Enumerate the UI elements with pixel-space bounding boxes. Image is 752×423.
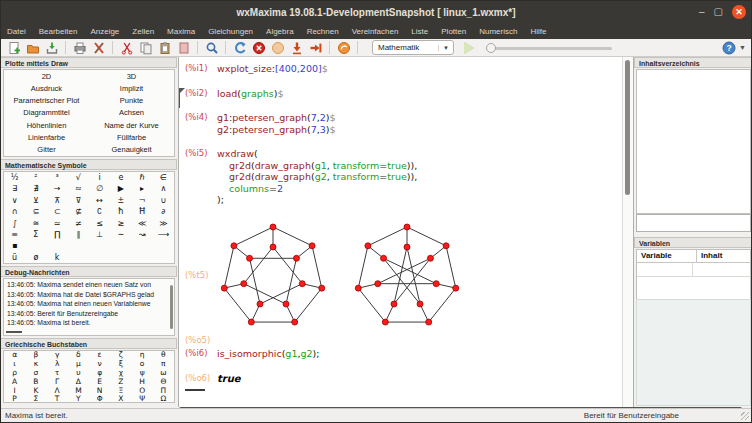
greek-letter-button[interactable]: X — [110, 395, 131, 403]
symbol-button[interactable]: ∅ — [89, 183, 110, 194]
slider-handle[interactable] — [486, 43, 496, 53]
symbol-button[interactable]: ∂ — [153, 206, 174, 217]
draw-button-gitter[interactable]: Gitter — [4, 144, 89, 156]
evaluate-queue-icon[interactable] — [270, 40, 285, 55]
symbol-button[interactable]: ± — [110, 195, 131, 206]
draw-panel-caption[interactable]: Plotte mittels Draw — [1, 57, 177, 68]
draw-button-3d[interactable]: 3D — [89, 70, 174, 82]
menu-item-anzeige[interactable]: Anzeige — [90, 27, 119, 36]
configure-icon[interactable] — [91, 40, 106, 55]
variables-column-variable[interactable]: Variable — [637, 250, 697, 262]
draw-button-füllfarbe[interactable]: Füllfarbe — [89, 131, 174, 143]
symbol-button[interactable]: ² — [25, 172, 46, 183]
symbol-button[interactable]: ü — [4, 252, 25, 263]
evaluate-rest-icon[interactable] — [308, 40, 323, 55]
symbol-button[interactable]: ↝ — [132, 229, 153, 240]
symbol-button[interactable]: ∁ — [89, 206, 110, 217]
draw-button-achsen[interactable]: Achsen — [89, 107, 174, 119]
cell-o6[interactable]: (%o6)true — [185, 373, 623, 385]
debug-log[interactable]: 13:46:05: Maxima sendet einen neuen Satz… — [4, 279, 174, 329]
cell-o5[interactable]: (%o5) — [185, 335, 623, 347]
greek-letters-panel-caption[interactable]: Griechische Buchstaben — [1, 338, 177, 349]
variables-empty-row[interactable] — [637, 263, 750, 277]
variables-table[interactable]: Variable Inhalt — [636, 249, 751, 301]
menu-item-zellen[interactable]: Zellen — [132, 27, 154, 36]
menu-item-algebra[interactable]: Algebra — [266, 27, 294, 36]
symbol-button[interactable]: ⊆ — [25, 206, 46, 217]
symbol-button[interactable]: ħ — [110, 206, 131, 217]
evaluate-till-here-icon[interactable] — [289, 40, 304, 55]
symbol-button[interactable]: ⟶ — [153, 229, 174, 240]
save-icon[interactable] — [44, 40, 59, 55]
symbol-button[interactable]: ≃ — [47, 218, 68, 229]
symbol-button[interactable]: ▶ — [110, 183, 131, 194]
cell-content[interactable]: g1:petersen_graph(7,2)$g2:petersen_graph… — [217, 112, 336, 135]
play-animation-icon[interactable] — [464, 42, 474, 54]
toolbar-overflow-icon[interactable]: ▼ — [739, 44, 746, 51]
symbol-button[interactable]: ≈ — [68, 183, 89, 194]
symbol-button[interactable]: ≤ — [89, 218, 110, 229]
menu-item-liste[interactable]: Liste — [411, 27, 428, 36]
resize-grip-icon[interactable] — [741, 412, 749, 420]
symbol-button[interactable]: ∄ — [25, 183, 46, 194]
symbol-button[interactable]: ∨ — [4, 195, 25, 206]
symbol-button[interactable]: ≠ — [68, 218, 89, 229]
cell-i4[interactable]: (%i4)g1:petersen_graph(7,2)$g2:petersen_… — [185, 112, 623, 135]
copy-image-icon[interactable] — [176, 40, 191, 55]
greek-letter-button[interactable]: Ψ — [132, 395, 153, 403]
insertion-cursor[interactable] — [185, 389, 205, 391]
symbol-button[interactable]: ½ — [4, 172, 25, 183]
menu-item-datei[interactable]: Datei — [7, 27, 26, 36]
title-bar[interactable]: wxMaxima 19.08.1-DevelopmentSnapshot [ l… — [1, 1, 751, 23]
greek-letter-button[interactable]: Y — [68, 395, 89, 403]
draw-button-2d[interactable]: 2D — [4, 70, 89, 82]
symbol-button[interactable]: ∈ — [153, 172, 174, 183]
draw-button-höhenlinien[interactable]: Höhenlinien — [4, 119, 89, 131]
mode-dropdown[interactable]: Mathematik ▼ — [372, 40, 454, 55]
cell-content[interactable]: wxplot_size:[400,200]$ — [217, 63, 328, 75]
symbol-button[interactable]: i — [89, 172, 110, 183]
new-document-icon[interactable] — [6, 40, 21, 55]
symbol-button[interactable]: ⊥ — [89, 229, 110, 240]
symbol-button[interactable]: → — [47, 183, 68, 194]
symbol-button[interactable]: ⊂ — [47, 206, 68, 217]
greek-letter-button[interactable]: Φ — [89, 395, 110, 403]
draw-button-implizit[interactable]: Implizit — [89, 82, 174, 94]
variables-column-inhalt[interactable]: Inhalt — [697, 250, 750, 262]
draw-button-punkte[interactable]: Punkte — [89, 95, 174, 107]
symbol-button[interactable]: ⊽ — [68, 195, 89, 206]
main-vertical-scrollbar[interactable] — [622, 57, 633, 407]
cell-bracket[interactable] — [179, 88, 185, 108]
minimize-icon[interactable]: – — [699, 7, 705, 17]
symbol-button[interactable]: ∧ — [153, 183, 174, 194]
symbol-button[interactable]: ∥ — [68, 229, 89, 240]
cell-t5[interactable]: (%t5) — [185, 219, 623, 333]
symbol-button[interactable]: ▸ — [132, 183, 153, 194]
menu-item-bearbeiten[interactable]: Bearbeiten — [39, 27, 78, 36]
symbol-button[interactable]: ∃ — [4, 183, 25, 194]
greek-letter-button[interactable]: P — [4, 395, 25, 403]
math-symbols-panel-caption[interactable]: Mathematische Symbole — [1, 159, 177, 170]
draw-button-name-der-kurve[interactable]: Name der Kurve — [89, 119, 174, 131]
symbol-button[interactable]: ↔ — [89, 195, 110, 206]
greek-letter-button[interactable]: Σ — [25, 395, 46, 403]
symbol-button[interactable]: ¬ — [132, 195, 153, 206]
cell-content[interactable]: wxdraw( gr2d(draw_graph(g1, transform=tr… — [217, 148, 417, 206]
animation-slider[interactable] — [486, 41, 612, 55]
symbol-button[interactable]: ≥ — [110, 218, 131, 229]
cell-i2[interactable]: (%i2)load(graphs)$ — [185, 88, 623, 100]
menu-item-maxima[interactable]: Maxima — [167, 27, 195, 36]
copy-icon[interactable] — [138, 40, 153, 55]
cell-content[interactable]: true — [217, 373, 241, 385]
slider-track[interactable] — [486, 47, 612, 50]
chevron-down-icon[interactable]: ▼ — [438, 45, 453, 51]
follow-icon[interactable] — [336, 40, 351, 55]
symbol-button[interactable]: k — [47, 252, 68, 263]
debug-horizontal-scrollbar[interactable] — [6, 331, 22, 333]
debug-messages-panel-caption[interactable]: Debug-Nachrichten — [1, 266, 177, 277]
symbol-button[interactable]: √ — [68, 172, 89, 183]
symbol-button[interactable]: ℏ — [132, 172, 153, 183]
draw-button-linienfarbe[interactable]: Linienfarbe — [4, 131, 89, 143]
greek-letter-button[interactable]: Ω — [153, 395, 174, 403]
print-icon[interactable] — [72, 40, 87, 55]
